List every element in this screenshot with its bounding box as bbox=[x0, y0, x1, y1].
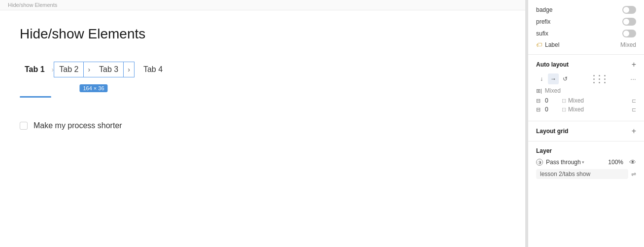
tabs-area: Tab 1 › Tab 2 › Tab 3 › bbox=[20, 62, 168, 77]
dot-8 bbox=[599, 82, 600, 83]
dir-right-icon: → bbox=[550, 75, 556, 82]
label-tag-icon: 🏷 bbox=[536, 41, 542, 48]
more-options-btn[interactable]: ··· bbox=[630, 75, 636, 83]
spacing-row-2: ⊟ 0 ⊡ Mixed ⊏ bbox=[536, 106, 636, 113]
layer-section: Layer ◑ Pass through ▾ 100% 👁 lesson 2/t… bbox=[528, 141, 644, 185]
dir-wrap-btn[interactable]: ↺ bbox=[560, 73, 571, 84]
tab-2-chevron-box[interactable]: › bbox=[83, 62, 94, 77]
layout-controls-row: ↓ → ↺ ··· bbox=[536, 73, 636, 84]
blend-chevron-icon: ▾ bbox=[582, 160, 584, 165]
spacing-icon-1: ⊟ bbox=[536, 98, 543, 104]
mixed-text: Mixed bbox=[545, 87, 561, 94]
dot-1 bbox=[593, 75, 595, 76]
page-content: Hide/show Elements Tab 1 › Tab 2 › bbox=[0, 10, 525, 247]
dir-down-icon: ↓ bbox=[540, 75, 543, 82]
spacing-icon-2: ⊟ bbox=[536, 106, 543, 113]
blend-mode-icon: ◑ bbox=[536, 159, 543, 166]
dot-6 bbox=[604, 78, 606, 80]
sufix-toggle[interactable] bbox=[622, 30, 636, 37]
sufix-toggle-row: sufix bbox=[536, 30, 636, 37]
auto-layout-title: Auto layout bbox=[536, 61, 569, 68]
layout-grid-title: Layout grid bbox=[536, 128, 568, 135]
dot-5 bbox=[599, 78, 600, 80]
prefix-toggle-row: prefix bbox=[536, 18, 636, 26]
layer-blend-row: ◑ Pass through ▾ 100% 👁 bbox=[536, 158, 636, 166]
dir-wrap-icon: ↺ bbox=[563, 75, 568, 82]
dot-2 bbox=[599, 75, 600, 76]
label-row: 🏷 Label Mixed bbox=[536, 41, 636, 48]
dot-grid bbox=[593, 75, 608, 83]
layer-link-row: lesson 2/tabs show ⇌ bbox=[536, 169, 636, 179]
opacity-value: 100% bbox=[608, 159, 623, 166]
direction-buttons: ↓ → ↺ bbox=[536, 73, 571, 84]
checkbox-make-process-shorter[interactable] bbox=[20, 122, 28, 130]
stack-icon: ⊞| bbox=[536, 88, 542, 94]
label-value: Mixed bbox=[620, 41, 636, 48]
mixed-row: ⊞| Mixed bbox=[536, 87, 636, 94]
tab-1[interactable]: Tab 1 bbox=[20, 62, 50, 77]
tab-4[interactable]: Tab 4 bbox=[138, 62, 168, 77]
tab-underline-container bbox=[20, 96, 506, 98]
tab-3-chevron-box[interactable]: › bbox=[123, 62, 134, 77]
spacing-sep-1: ⊡ bbox=[562, 98, 566, 104]
dot-9 bbox=[604, 82, 606, 83]
layer-link-name: lesson 2/tabs show bbox=[536, 169, 628, 179]
tab-2[interactable]: Tab 2 bbox=[54, 62, 83, 77]
toggles-section: badge prefix sufix 🏷 Label Mixed bbox=[528, 0, 644, 55]
blend-mode-selector[interactable]: Pass through ▾ bbox=[546, 159, 584, 166]
size-badge: 164 × 36 bbox=[79, 84, 107, 92]
badge-toggle-label: badge bbox=[536, 6, 552, 13]
link-icon[interactable]: ⇌ bbox=[631, 171, 636, 177]
badge-toggle[interactable] bbox=[622, 6, 636, 14]
badge-toggle-row: badge bbox=[536, 6, 636, 14]
left-panel: Hide/show Elements Hide/show Elements Ta… bbox=[0, 0, 526, 247]
prefix-toggle[interactable] bbox=[622, 18, 636, 26]
dot-3 bbox=[604, 75, 606, 76]
prefix-toggle-label: prefix bbox=[536, 18, 550, 25]
layout-grid-section: Layout grid + bbox=[528, 121, 644, 141]
blend-mode-label: Pass through bbox=[546, 159, 581, 166]
tab-3-chevron-icon: › bbox=[128, 66, 130, 73]
spacing-mixed-2: Mixed bbox=[568, 106, 584, 113]
clip-icon-1: ⊏ bbox=[632, 98, 636, 104]
tab-2-3-group: Tab 2 › Tab 3 › bbox=[54, 62, 135, 77]
layout-grid-header: Layout grid + bbox=[536, 127, 636, 135]
eye-icon[interactable]: 👁 bbox=[629, 158, 636, 166]
checkbox-label: Make my process shorter bbox=[34, 121, 122, 130]
breadcrumb: Hide/show Elements bbox=[0, 0, 525, 10]
tab-2-chevron-icon: › bbox=[88, 66, 90, 73]
spacing-val-1: 0 bbox=[545, 97, 560, 104]
dot-7 bbox=[593, 82, 595, 83]
label-text: Label bbox=[545, 41, 559, 48]
dir-right-btn[interactable]: → bbox=[548, 73, 559, 84]
tab-1-label: Tab 1 bbox=[25, 65, 45, 74]
tab-3[interactable]: Tab 3 bbox=[94, 62, 123, 77]
layer-title: Layer bbox=[536, 147, 636, 154]
page-title: Hide/show Elements bbox=[20, 26, 506, 42]
tab-3-label: Tab 3 bbox=[99, 65, 118, 74]
spacing-mixed-1: Mixed bbox=[568, 97, 584, 104]
spacing-val-2: 0 bbox=[545, 106, 560, 113]
dot-4 bbox=[593, 78, 595, 80]
right-panel: badge prefix sufix 🏷 Label Mixed Auto la… bbox=[528, 0, 644, 247]
tab-1-underline bbox=[20, 96, 51, 98]
clip-icon-2: ⊏ bbox=[632, 106, 636, 113]
tab-4-label: Tab 4 bbox=[143, 65, 163, 74]
sufix-toggle-label: sufix bbox=[536, 30, 548, 37]
dir-down-btn[interactable]: ↓ bbox=[536, 73, 547, 84]
auto-layout-section: Auto layout + ↓ → ↺ bbox=[528, 55, 644, 121]
tab-2-label: Tab 2 bbox=[59, 65, 78, 74]
spacing-row-1: ⊟ 0 ⊡ Mixed ⊏ bbox=[536, 97, 636, 104]
auto-layout-add-btn[interactable]: + bbox=[632, 61, 636, 69]
spacing-sep-2: ⊡ bbox=[562, 106, 566, 113]
checkbox-row: Make my process shorter bbox=[20, 121, 506, 130]
label-left: 🏷 Label bbox=[536, 41, 559, 48]
layout-grid-add-btn[interactable]: + bbox=[632, 127, 636, 135]
auto-layout-header: Auto layout + bbox=[536, 61, 636, 69]
